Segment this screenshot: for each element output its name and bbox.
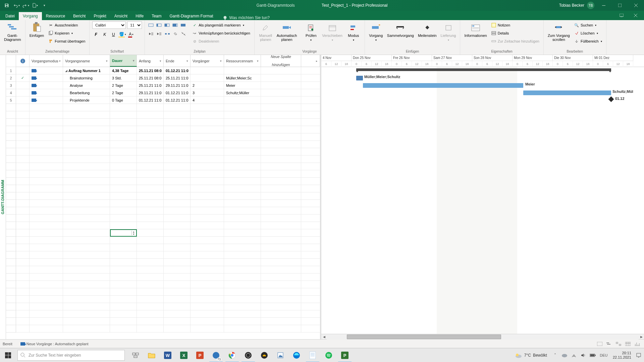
cell[interactable]	[191, 192, 224, 199]
qat-customize-icon[interactable]: ▾	[40, 1, 48, 9]
cell[interactable]	[191, 67, 224, 74]
cell[interactable]	[137, 133, 164, 140]
task-bar-4[interactable]	[523, 90, 611, 95]
cell[interactable]	[63, 126, 110, 133]
cell[interactable]	[164, 148, 191, 155]
cell[interactable]	[110, 251, 137, 258]
cell[interactable]	[261, 148, 301, 155]
cell[interactable]	[224, 237, 261, 244]
row-number[interactable]	[6, 288, 16, 296]
row-number[interactable]	[6, 104, 16, 111]
cell[interactable]	[164, 207, 191, 214]
row-number[interactable]	[6, 141, 16, 148]
tell-me-search[interactable]: Was möchten Sie tun?	[223, 15, 270, 20]
table-row[interactable]	[6, 237, 320, 244]
cell[interactable]	[30, 119, 63, 126]
cell[interactable]	[261, 303, 301, 310]
cell[interactable]: Analyse	[63, 82, 110, 89]
row-number[interactable]: 2	[6, 74, 16, 82]
cell[interactable]	[16, 119, 30, 126]
table-row[interactable]	[6, 119, 320, 126]
cell[interactable]	[110, 104, 137, 111]
table-row[interactable]: 5Projektende0 Tage01.12.21 11:001.12.21 …	[6, 97, 320, 104]
col-finish[interactable]: Ende▾	[164, 55, 191, 67]
notepad-icon[interactable]	[305, 348, 321, 362]
fill-color-button[interactable]: 🪣▾	[118, 31, 126, 38]
weather-widget[interactable]: 7°C Bewölkt	[515, 352, 550, 358]
cell[interactable]	[224, 148, 261, 155]
cell[interactable]	[63, 185, 110, 192]
cell[interactable]: Schultz;Müller	[224, 89, 261, 96]
cell[interactable]	[137, 266, 164, 273]
undo-icon[interactable]: ▾	[12, 1, 20, 9]
cell[interactable]	[261, 266, 301, 273]
copy-button[interactable]: Kopieren▾	[47, 29, 87, 37]
cell[interactable]	[30, 111, 63, 118]
row-number[interactable]	[6, 207, 16, 215]
cell[interactable]: 0 Tage	[110, 97, 137, 104]
taskbar-search[interactable]: Zur Suche Text hier eingeben	[17, 350, 125, 361]
cell[interactable]	[137, 200, 164, 207]
cell[interactable]	[110, 200, 137, 207]
cell[interactable]: 29.11.21 11:0	[137, 89, 164, 96]
word-icon[interactable]: W	[160, 348, 176, 362]
cell[interactable]	[164, 192, 191, 199]
respect-links-button[interactable]: Verknüpfungen berücksichtigen	[191, 29, 252, 37]
move-button[interactable]: Verschieben▾	[321, 21, 344, 43]
cell[interactable]: 01.12.21 11:0	[137, 97, 164, 104]
cell[interactable]	[16, 310, 30, 317]
scroll-left-icon[interactable]: ◀	[321, 334, 327, 340]
cell[interactable]	[261, 192, 301, 199]
cell[interactable]	[261, 119, 301, 126]
maximize-button[interactable]	[613, 0, 627, 11]
cell[interactable]	[63, 296, 110, 303]
auto-schedule-button[interactable]: Automatisch planen	[275, 21, 299, 42]
cell[interactable]	[224, 274, 261, 281]
cell[interactable]	[16, 111, 30, 118]
cell[interactable]	[16, 133, 30, 140]
cell[interactable]	[224, 318, 261, 325]
table-row[interactable]	[6, 207, 320, 215]
cell[interactable]	[261, 74, 301, 81]
cell[interactable]	[30, 274, 63, 281]
view-resource-icon[interactable]	[633, 341, 641, 347]
cell[interactable]	[164, 266, 191, 273]
row-number[interactable]	[6, 111, 16, 119]
cell[interactable]	[30, 266, 63, 273]
cell[interactable]	[110, 119, 137, 126]
row-number[interactable]	[6, 274, 16, 281]
cell[interactable]	[110, 274, 137, 281]
font-color-button[interactable]: A▾	[127, 31, 135, 38]
cell[interactable]	[110, 310, 137, 317]
scroll-right-icon[interactable]: ▶	[639, 334, 644, 340]
cell[interactable]	[16, 274, 30, 281]
cell[interactable]	[164, 274, 191, 281]
cell[interactable]	[30, 222, 63, 229]
cell[interactable]	[137, 237, 164, 244]
cell[interactable]	[164, 288, 191, 295]
row-number[interactable]: 3	[6, 82, 16, 89]
cell[interactable]	[224, 310, 261, 317]
cell[interactable]	[137, 222, 164, 229]
cell[interactable]	[63, 274, 110, 281]
row-number[interactable]	[6, 244, 16, 251]
row-number[interactable]	[6, 192, 16, 200]
cell[interactable]	[137, 126, 164, 133]
cell[interactable]	[261, 178, 301, 185]
cell[interactable]	[261, 89, 301, 96]
cell[interactable]	[137, 251, 164, 258]
cell[interactable]	[30, 310, 63, 317]
cell[interactable]	[16, 192, 30, 199]
cell[interactable]	[224, 170, 261, 177]
cell[interactable]	[191, 170, 224, 177]
col-info[interactable]: i	[16, 55, 30, 67]
cell[interactable]	[224, 141, 261, 148]
cell[interactable]: 4	[191, 97, 224, 104]
cell[interactable]	[224, 119, 261, 126]
project-icon[interactable]: P	[337, 348, 353, 362]
table-row[interactable]	[6, 104, 320, 111]
pct-50-button[interactable]	[164, 21, 171, 29]
cell[interactable]: 01.12.21 11:0	[164, 67, 191, 74]
cell[interactable]	[30, 296, 63, 303]
cell[interactable]	[16, 178, 30, 185]
